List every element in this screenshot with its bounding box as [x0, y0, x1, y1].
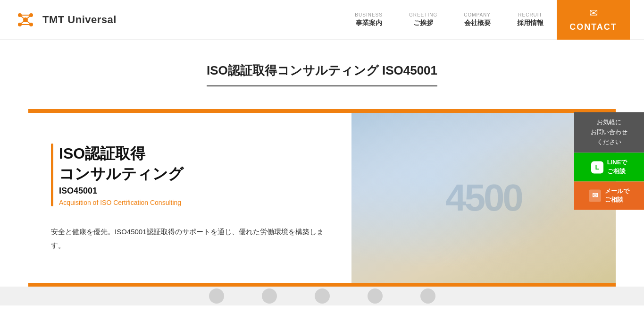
- side-panel-header: お気軽にお問い合わせください: [574, 112, 644, 153]
- contact-button[interactable]: ✉ CONTACT: [557, 0, 630, 40]
- bottom-circle-4: [368, 288, 383, 304]
- mail-btn-text: メールでご相談: [605, 187, 629, 204]
- banner-content: ISO認証取得 コンサルティング ISO45001 Acquisition of…: [28, 113, 616, 283]
- line-btn-text: LINEでご相談: [607, 159, 627, 176]
- banner-title-block: ISO認証取得 コンサルティング ISO45001 Acquisition of…: [51, 144, 333, 206]
- nav-label-ja-greeting: ご挨拶: [413, 19, 433, 27]
- bottom-circle-5: [420, 288, 435, 304]
- bottom-circle-1: [209, 288, 224, 304]
- bottom-circle-2: [262, 288, 277, 304]
- header: TMT Universal BUSINESS 事業案内 GREETING ご挨拶…: [0, 0, 644, 40]
- side-panel: お気軽にお問い合わせください L LINEでご相談 ✉ メールでご相談: [574, 112, 644, 210]
- nav-item-greeting[interactable]: GREETING ご挨拶: [396, 0, 451, 40]
- contact-label: CONTACT: [569, 22, 617, 32]
- nav-label-ja-company: 会社概要: [464, 19, 491, 27]
- main-nav: BUSINESS 事業案内 GREETING ご挨拶 COMPANY 会社概要 …: [342, 0, 630, 40]
- page-title-section: ISO認証取得コンサルティング ISO45001: [0, 40, 644, 98]
- bottom-circle-3: [315, 288, 330, 304]
- blocks-decorative-text: 4500: [445, 176, 522, 220]
- nav-label-en-greeting: GREETING: [409, 12, 437, 17]
- svg-line-7: [20, 20, 25, 25]
- banner-orange-bar: [51, 144, 53, 206]
- banner-heading: ISO認証取得 コンサルティング: [59, 144, 184, 184]
- banner-section: ISO認証取得 コンサルティング ISO45001 Acquisition of…: [28, 109, 616, 287]
- svg-line-5: [20, 15, 25, 20]
- envelope-icon: ✉: [589, 7, 598, 19]
- svg-line-8: [25, 20, 31, 25]
- logo-icon: [14, 8, 37, 31]
- banner-title-line2: コンサルティング: [59, 165, 184, 182]
- nav-label-ja-recruit: 採用情報: [517, 19, 544, 27]
- bottom-hint: [0, 287, 644, 305]
- nav-item-recruit[interactable]: RECRUIT 採用情報: [504, 0, 557, 40]
- banner-title-line1: ISO認証取得: [59, 145, 145, 162]
- banner-bottom-bar: [28, 283, 616, 287]
- banner-subtitle-iso: ISO45001: [59, 186, 184, 196]
- nav-label-ja-business: 事業案内: [356, 19, 382, 27]
- nav-item-company[interactable]: COMPANY 会社概要: [451, 0, 504, 40]
- banner-subtitle-en: Acquisition of ISO Certification Consult…: [59, 199, 184, 206]
- banner-description: 安全と健康を優先。ISO45001認証取得のサポートを通じ、優れた労働環境を構築…: [51, 225, 333, 252]
- mail-consult-button[interactable]: ✉ メールでご相談: [574, 181, 644, 210]
- page-title: ISO認証取得コンサルティング ISO45001: [207, 62, 437, 86]
- mail-icon: ✉: [589, 189, 601, 202]
- logo-text: TMT Universal: [42, 14, 117, 26]
- line-consult-button[interactable]: L LINEでご相談: [574, 153, 644, 181]
- nav-label-en-company: COMPANY: [464, 12, 491, 17]
- banner-title-text: ISO認証取得 コンサルティング ISO45001 Acquisition of…: [59, 144, 184, 206]
- nav-label-en-business: BUSINESS: [355, 12, 383, 17]
- side-panel-header-text: お気軽にお問い合わせください: [591, 119, 627, 145]
- banner-left: ISO認証取得 コンサルティング ISO45001 Acquisition of…: [28, 113, 351, 283]
- svg-line-6: [25, 15, 31, 20]
- nav-item-business[interactable]: BUSINESS 事業案内: [342, 0, 396, 40]
- line-icon: L: [591, 161, 603, 173]
- logo[interactable]: TMT Universal: [14, 8, 117, 31]
- banner-top-bar: [28, 109, 616, 113]
- nav-label-en-recruit: RECRUIT: [518, 12, 542, 17]
